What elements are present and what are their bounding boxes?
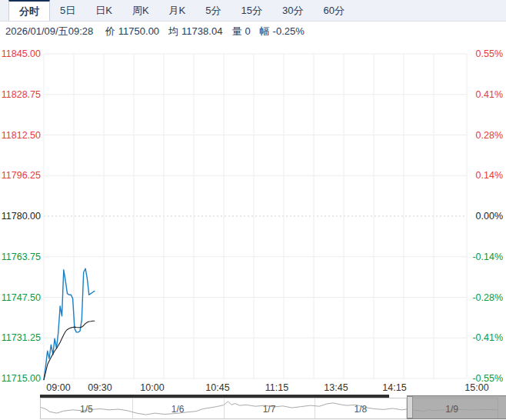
date-range-navigator[interactable]: 1/51/61/71/81/9 bbox=[0, 395, 506, 420]
quote-field-label: 均 bbox=[168, 25, 178, 37]
time-axis-label: 14:15 bbox=[382, 382, 406, 393]
percent-axis-label: -0.41% bbox=[461, 333, 503, 342]
price-axis-label: 11796.25 bbox=[1, 171, 41, 180]
tab-period-日K[interactable]: 日K bbox=[85, 0, 122, 21]
tab-period-月K[interactable]: 月K bbox=[159, 0, 196, 21]
price-plot-canvas[interactable] bbox=[0, 42, 506, 395]
time-axis-label: 09:00 bbox=[46, 382, 70, 393]
percent-axis-label: 0.55% bbox=[461, 49, 503, 58]
percent-axis-label: -0.14% bbox=[461, 252, 503, 262]
price-axis-label: 11812.50 bbox=[1, 131, 41, 140]
price-axis-label: 11780.00 bbox=[1, 212, 41, 221]
quote-field-label: 价 bbox=[105, 25, 115, 37]
tab-period-60分[interactable]: 60分 bbox=[313, 0, 354, 21]
tab-period-5分[interactable]: 5分 bbox=[195, 0, 231, 21]
percent-axis-label: 0.41% bbox=[461, 90, 503, 99]
quote-datetime: 2026/01/09/五09:28 bbox=[5, 25, 93, 37]
navigator-date-label[interactable]: 1/9 bbox=[445, 404, 458, 415]
price-axis-label: 11763.75 bbox=[1, 252, 41, 262]
percent-axis-label: 0.28% bbox=[461, 131, 503, 140]
navigator-date-label[interactable]: 1/6 bbox=[171, 404, 185, 415]
quote-field-label: 幅 bbox=[260, 25, 270, 37]
navigator-date-label[interactable]: 1/7 bbox=[263, 404, 276, 415]
chart-period-tabbar: 分时5日日K周K月K5分15分30分60分 bbox=[0, 0, 506, 22]
time-axis-label: 10:00 bbox=[140, 382, 164, 393]
time-axis-label: 13:45 bbox=[324, 382, 348, 393]
time-axis-label: 11:15 bbox=[265, 382, 288, 393]
quote-info-bar: 2026/01/09/五09:28 价11750.00均11738.04量0幅-… bbox=[0, 22, 506, 41]
percent-axis-label: 0.14% bbox=[461, 171, 503, 180]
percent-axis-label: -0.28% bbox=[461, 293, 503, 302]
quote-field-value: -0.25% bbox=[273, 25, 305, 37]
price-line bbox=[44, 268, 95, 379]
intraday-chart[interactable]: 11845.0011828.7511812.5011796.2511780.00… bbox=[0, 42, 506, 395]
quote-field-value: 11738.04 bbox=[181, 25, 222, 37]
time-axis-label: 15:00 bbox=[464, 382, 488, 393]
time-axis-label: 09:30 bbox=[88, 382, 112, 393]
navigator-date-label[interactable]: 1/8 bbox=[354, 404, 367, 415]
navigator-left-handle[interactable] bbox=[407, 396, 413, 418]
quote-field-label: 量 bbox=[231, 25, 241, 37]
tab-period-5日[interactable]: 5日 bbox=[50, 0, 85, 21]
price-axis-label: 11747.50 bbox=[1, 293, 41, 302]
time-axis-label: 10:45 bbox=[205, 382, 229, 393]
price-axis-label: 11715.00 bbox=[1, 374, 41, 383]
tab-period-30分[interactable]: 30分 bbox=[272, 0, 313, 21]
quote-field-value: 0 bbox=[245, 25, 250, 37]
percent-axis-label: 0.00% bbox=[461, 212, 503, 221]
price-axis-label: 11828.75 bbox=[1, 90, 41, 99]
tab-period-15分[interactable]: 15分 bbox=[231, 0, 271, 21]
tab-period-周K[interactable]: 周K bbox=[122, 0, 159, 21]
navigator-body[interactable]: 1/51/61/71/81/9 bbox=[40, 398, 498, 419]
quote-field-value: 11750.00 bbox=[118, 25, 159, 37]
average-line bbox=[44, 321, 95, 379]
price-axis-label: 11731.25 bbox=[1, 333, 41, 342]
tab-period-分时[interactable]: 分时 bbox=[8, 0, 50, 21]
price-axis-label: 11845.00 bbox=[1, 49, 41, 58]
navigator-date-label[interactable]: 1/5 bbox=[80, 404, 93, 415]
